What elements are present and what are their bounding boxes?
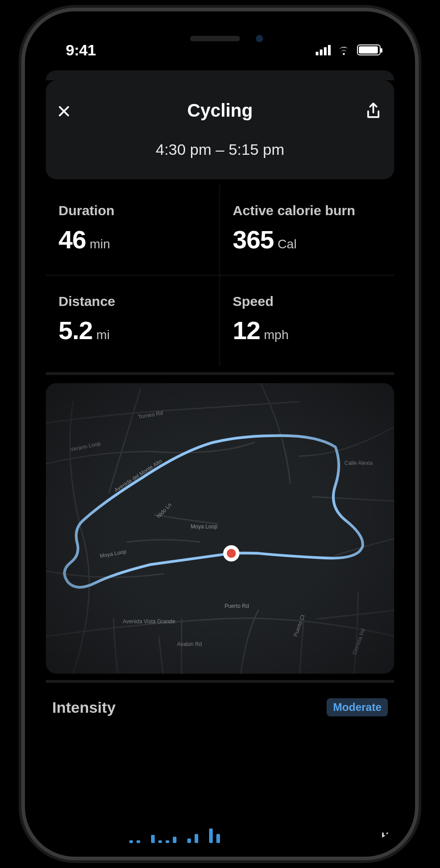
current-location-marker [223,545,240,562]
street-label: Avalon Rd [177,641,202,647]
section-divider [46,680,394,683]
stat-value: 365 [233,225,274,254]
share-icon [365,102,381,120]
stat-unit: Cal [278,237,297,251]
activity-header-card: Cycling 4:30 pm – 5:15 pm [46,80,394,179]
street-label: Puerto Ct [292,614,306,638]
status-clock: 9:41 [66,41,96,59]
stat-unit: min [90,237,110,251]
activity-title: Cycling [59,100,381,121]
street-label: Moya Loop [191,523,217,530]
phone-side-button [419,204,424,295]
cellular-signal-icon [316,45,331,55]
stat-value: 12 [233,316,260,345]
stat-value: 5.2 [59,316,93,345]
content-scroll[interactable]: Cycling 4:30 pm – 5:15 pm Duration 46 mi… [39,25,401,843]
stat-label: Distance [59,294,207,309]
section-divider [46,372,394,375]
route-path [64,436,363,587]
intensity-label: Intensity [52,699,116,716]
stat-unit: mph [264,328,288,342]
phone-side-button [16,132,21,163]
street-label: Verano Loop [70,440,102,453]
phone-side-button [16,259,21,318]
activity-time-range: 4:30 pm – 5:15 pm [59,141,381,158]
street-label: Moya Loop [99,548,127,559]
stats-grid: Duration 46 min Active calorie burn 365 … [46,185,394,366]
close-icon [57,104,71,118]
screen: 9:41 [39,25,401,843]
battery-icon [357,44,381,55]
card-peek [46,70,394,80]
street-label: Glorieta Rd [351,628,367,656]
intensity-row: Intensity Moderate [52,698,388,716]
notch [145,25,295,50]
stat-label: Speed [233,294,381,309]
stat-label: Active calorie burn [233,203,381,218]
intensity-badge[interactable]: Moderate [327,698,388,716]
stat-label: Duration [59,203,207,218]
phone-frame: 9:41 [25,11,415,857]
stat-distance: Distance 5.2 mi [46,276,220,366]
stat-calories: Active calorie burn 365 Cal [220,185,394,276]
stat-value: 46 [59,225,86,254]
street-label: Calle Alexia [344,460,373,466]
street-label: Puerto Rd [225,603,249,609]
route-map[interactable]: Torneo Rd Verano Loop Avenida del Monte … [46,383,394,674]
map-canvas: Torneo Rd Verano Loop Avenida del Monte … [46,383,394,674]
stat-speed: Speed 12 mph [220,276,394,366]
svg-point-1 [227,549,236,558]
stat-duration: Duration 46 min [46,185,220,276]
intensity-axis-high: Hi [381,830,391,842]
share-button[interactable] [363,101,383,121]
stat-unit: mi [96,328,110,342]
wifi-icon [336,44,352,55]
street-label: Avenida del Monte Alto [113,458,163,493]
phone-side-button [16,186,21,245]
close-button[interactable] [55,102,73,120]
intensity-chart-bars [129,825,220,843]
street-label: Avenida Vista Grande [123,618,176,625]
